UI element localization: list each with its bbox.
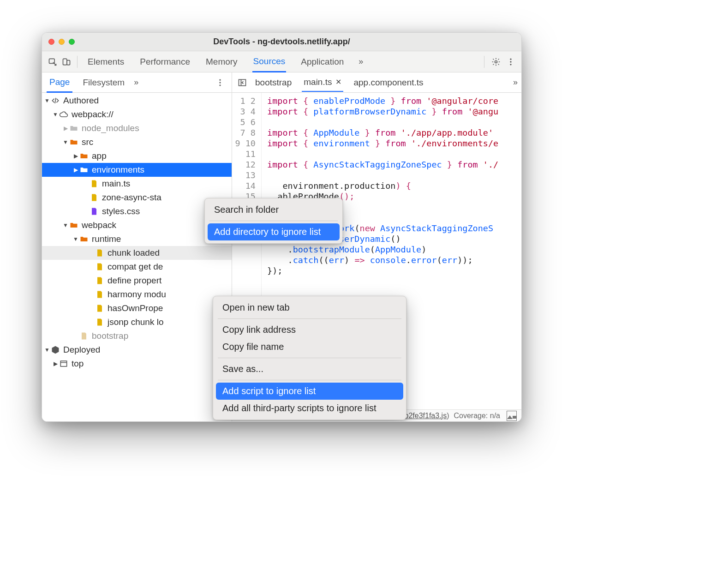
tree-file-runtime[interactable]: hasOwnPrope [42,301,232,315]
file-tabs-overflow-icon[interactable]: » [513,78,518,87]
tree-label: webpack [82,220,116,230]
svg-point-8 [219,82,221,83]
window-zoom-button[interactable] [69,39,75,45]
navigator-tab-filesystem[interactable]: Filesystem [80,73,127,92]
file-icon [95,304,105,313]
tree-file-runtime[interactable]: chunk loaded [42,246,232,260]
frame-icon [59,359,69,368]
tree-file-runtime[interactable]: compat get de [42,260,232,274]
close-tab-icon[interactable]: ✕ [335,78,341,86]
file-tab-label: main.ts [304,77,332,87]
file-icon [89,193,99,202]
folder-icon [69,124,79,133]
tree-top[interactable]: ▶ top [42,357,232,371]
tab-application[interactable]: Application [300,52,345,72]
file-icon [95,290,105,299]
tree-label: zone-async-sta [102,192,161,203]
file-icon [95,248,105,258]
coverage-toggle-icon[interactable] [507,411,517,421]
window-minimize-button[interactable] [59,39,65,45]
traffic-lights [48,39,75,45]
menu-item[interactable]: Add script to ignore list [216,383,403,400]
cloud-icon [59,110,69,119]
show-navigator-icon[interactable] [236,76,249,89]
tab-elements[interactable]: Elements [87,52,125,72]
tree-file-runtime[interactable]: harmony modu [42,288,232,301]
tree-deployed[interactable]: ▼ Deployed [42,343,232,357]
settings-gear-icon[interactable] [489,55,503,69]
tree-label: top [72,359,84,369]
tabs-overflow-icon[interactable]: » [358,57,363,66]
menu-item[interactable]: Add all third-party scripts to ignore li… [216,400,403,417]
svg-point-3 [495,60,497,63]
context-menu-file: Open in new tabCopy link addressCopy fil… [213,296,406,420]
svg-rect-2 [67,60,70,65]
navigator-tab-page[interactable]: Page [47,73,72,93]
tab-performance[interactable]: Performance [139,52,191,72]
menu-separator [218,358,401,358]
menu-item-add-directory-ignore[interactable]: Add directory to ignore list [208,223,340,240]
svg-rect-12 [60,361,66,366]
context-menu-folder: Search in folder Add directory to ignore… [204,198,343,244]
devtools-tabbar: Elements Performance Memory Sources Appl… [42,51,521,72]
svg-rect-1 [63,59,67,65]
editor-tabbar: bootstrap main.ts ✕ app.component.ts » [232,72,521,92]
navigator-tree[interactable]: ▼ Authored ▼ webpack:// ▶ node_modules ▼ [42,93,232,421]
tree-label: environments [92,165,144,175]
tab-memory[interactable]: Memory [205,52,239,72]
code-icon [50,96,60,105]
tree-file-zone-async[interactable]: zone-async-sta [42,191,232,204]
file-icon [89,179,99,188]
panel-tabs: Elements Performance Memory Sources Appl… [87,52,480,72]
kebab-menu-icon[interactable] [504,55,518,69]
inspect-element-icon[interactable] [46,55,60,69]
tree-label: chunk loaded [108,248,160,258]
menu-item[interactable]: Save as... [216,360,403,378]
navigator-kebab-icon[interactable] [213,76,227,90]
tree-label: bootstrap [92,331,128,341]
tree-environments[interactable]: ▶ environments [42,163,232,177]
tab-sources[interactable]: Sources [252,52,287,72]
file-icon [79,331,89,341]
file-tab-app-component[interactable]: app.component.ts [352,74,425,91]
device-toolbar-icon[interactable] [60,55,73,69]
separator [484,56,484,68]
tree-file-bootstrap[interactable]: bootstrap [42,329,232,343]
tree-authored[interactable]: ▼ Authored [42,94,232,108]
tree-label: define propert [108,276,161,286]
menu-item[interactable]: Copy link address [216,321,403,338]
menu-item[interactable]: Copy file name [216,338,403,355]
file-icon [95,262,105,271]
file-tab-main-ts[interactable]: main.ts ✕ [302,73,343,92]
tree-label: jsonp chunk lo [108,317,163,327]
file-tab-label: bootstrap [255,78,292,88]
file-tab-label: app.component.ts [353,78,423,88]
tree-app[interactable]: ▶ app [42,149,232,163]
svg-point-9 [219,84,221,86]
file-tab-bootstrap[interactable]: bootstrap [253,74,293,91]
tree-label: styles.css [102,206,140,216]
sources-subheader: Page Filesystem » bootstrap main.ts [42,72,521,93]
tree-runtime[interactable]: ▼ runtime [42,232,232,246]
tree-label: Authored [63,96,99,106]
menu-item[interactable]: Open in new tab [216,299,403,316]
tree-webpack-folder[interactable]: ▼ webpack [42,218,232,232]
tree-webpack-scheme[interactable]: ▼ webpack:// [42,108,232,121]
tree-file-main-ts[interactable]: main.ts [42,177,232,191]
cube-icon [50,345,60,354]
window-close-button[interactable] [48,39,54,45]
tree-node-modules[interactable]: ▶ node_modules [42,121,232,135]
file-icon [89,207,99,216]
tree-src[interactable]: ▼ src [42,135,232,149]
tree-file-runtime[interactable]: define propert [42,274,232,288]
status-coverage: Coverage: n/a [454,412,500,420]
tree-label: webpack:// [72,109,114,120]
svg-point-5 [510,61,511,62]
tree-label: runtime [92,234,121,244]
tree-file-styles[interactable]: styles.css [42,204,232,218]
tree-file-runtime[interactable]: jsonp chunk lo [42,315,232,329]
navigator-tabs-overflow-icon[interactable]: » [134,78,138,87]
tree-label: src [82,137,93,147]
menu-item-search-in-folder[interactable]: Search in folder [208,201,340,218]
separator [77,56,78,68]
